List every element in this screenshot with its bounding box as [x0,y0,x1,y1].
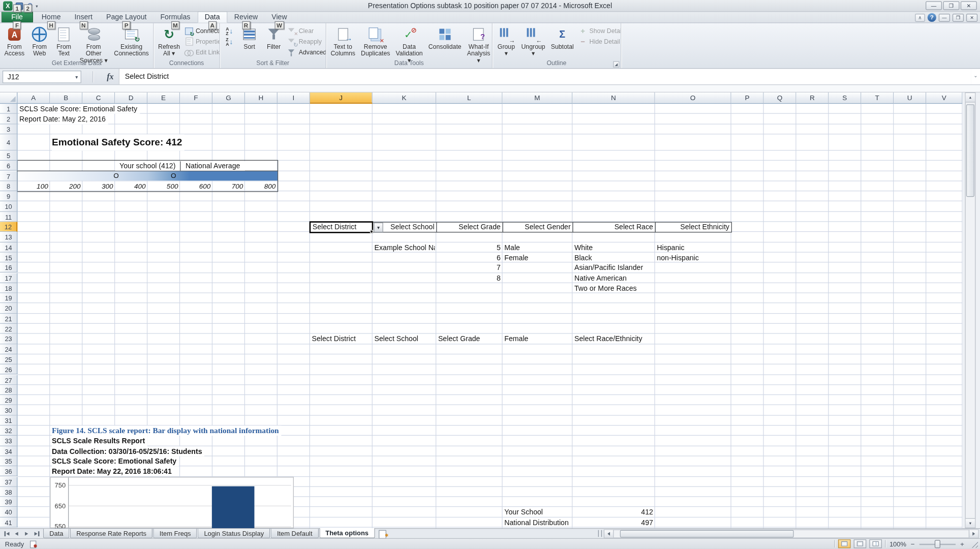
refresh-all-button[interactable]: RefreshAll ▾ [156,24,182,59]
zoom-out-button[interactable]: − [909,540,916,547]
name-box[interactable]: J12 ▼ [3,70,81,83]
cell-M14[interactable]: Male [504,242,520,253]
col-header-H[interactable]: H [245,93,278,104]
formula-bar-expand-button[interactable]: ⌄ [971,69,980,84]
prev-sheet-button[interactable] [13,530,21,537]
cell-M23[interactable]: Female [504,334,528,344]
sort-descending-button[interactable] [222,37,237,46]
row-header-37[interactable]: 37 [0,477,17,487]
ribbon-tab-view[interactable]: ViewW [265,12,294,22]
last-sheet-button[interactable] [33,530,41,537]
cell-B32[interactable]: Figure 14. SCLS scale report: Bar displa… [52,425,282,436]
row-header-29[interactable]: 29 [0,395,17,405]
row-header-9[interactable]: 9 [0,191,17,201]
row-header-1[interactable]: 1 [0,104,17,114]
col-header-P[interactable]: P [731,93,764,104]
cell-D8[interactable]: 400 [115,181,145,191]
workbook-minimize-button[interactable]: — [939,13,950,21]
zoom-slider-thumb[interactable] [935,540,940,548]
name-box-dropdown-icon[interactable]: ▼ [74,72,79,83]
remove-duplicates-button[interactable]: RemoveDuplicates [358,24,392,59]
zoom-slider[interactable] [920,540,956,548]
row-header-17[interactable]: 17 [0,273,17,283]
scroll-right-button[interactable] [969,530,978,537]
cell-L23[interactable]: Select Grade [438,334,480,344]
row-header-34[interactable]: 34 [0,446,17,456]
workbook-close-button[interactable]: ✕ [966,13,977,21]
row-header-20[interactable]: 20 [0,303,17,314]
row-header-33[interactable]: 33 [0,436,17,446]
row-header-40[interactable]: 40 [0,507,17,517]
row-header-26[interactable]: 26 [0,364,17,375]
row-header-2[interactable]: 2 [0,114,17,124]
col-header-M[interactable]: M [503,93,573,104]
cell-N17[interactable]: Native American [574,273,627,283]
ribbon-tab-data[interactable]: DataA [197,11,227,23]
row-header-16[interactable]: 16 [0,263,17,273]
cell-A8[interactable]: 100 [18,181,48,191]
horizontal-scroll-thumb[interactable] [620,530,794,537]
existing-connections-button[interactable]: ExistingConnections [111,24,151,59]
row-header-27[interactable]: 27 [0,375,17,385]
insert-worksheet-button[interactable] [377,529,388,538]
from-web-button[interactable]: FromWeb [27,24,51,59]
sheet-tab-item-default[interactable]: Item Default [271,529,319,538]
scroll-up-button[interactable]: ▲ [966,93,975,102]
cell-dropdown-button[interactable]: ▼ [374,223,383,233]
ribbon-tab-insert[interactable]: InsertN [68,12,99,22]
cell-N15[interactable]: Black [574,253,592,263]
col-header-N[interactable]: N [572,93,655,104]
ribbon-tab-home[interactable]: HomeH [35,12,68,22]
excel-logo-icon[interactable]: X [3,1,12,10]
row-header-7[interactable]: 7 [0,171,17,181]
cell-O12[interactable]: Select Ethnicity [655,222,732,233]
from-access-button[interactable]: FromAccess [2,24,27,59]
text-to-columns-button[interactable]: Text toColumns [328,24,358,59]
cell-B8[interactable]: 200 [51,181,81,191]
qat-customize-button[interactable]: ▾ [36,4,38,9]
normal-view-button[interactable] [838,539,851,548]
advanced-button[interactable]: Advanced [286,47,326,56]
col-header-G[interactable]: G [212,93,245,104]
cell-O14[interactable]: Hispanic [657,242,684,253]
col-header-L[interactable]: L [436,93,502,104]
tab-scroll-splitter[interactable] [598,530,602,537]
col-header-R[interactable]: R [796,93,829,104]
cell-K14[interactable]: Example School Nar [375,242,435,253]
select-all-corner[interactable] [0,93,17,104]
row-header-6[interactable]: 6 [0,161,17,171]
cell-B34[interactable]: Data Collection: 03/30/16-05/25/16: Stud… [52,446,204,456]
zoom-in-button[interactable]: + [959,540,966,547]
help-icon[interactable]: ? [928,13,936,22]
from-text-button[interactable]: FromText [52,24,76,59]
row-header-3[interactable]: 3 [0,124,17,134]
cell-B35[interactable]: SCLS Scale Score: Emotional Safety [52,456,179,466]
cell-N40[interactable]: 412 [573,507,653,517]
cell-K23[interactable]: Select School [375,334,418,344]
cell-N12[interactable]: Select Race [572,222,656,233]
formula-input[interactable]: Select District [118,69,971,84]
row-header-41[interactable]: 41 [0,517,17,528]
cell-E8[interactable]: 500 [148,181,178,191]
row-header-12[interactable]: 12 [0,222,17,232]
ribbon-tab-page-layout[interactable]: Page LayoutP [99,12,153,22]
row-header-25[interactable]: 25 [0,354,17,364]
row-header-8[interactable]: 8 [0,181,17,191]
horizontal-scrollbar[interactable] [604,529,979,538]
sheet-tab-data[interactable]: Data [43,529,70,538]
col-header-U[interactable]: U [894,93,926,104]
cell-G8[interactable]: 700 [213,181,243,191]
row-header-10[interactable]: 10 [0,201,17,211]
col-header-E[interactable]: E [147,93,180,104]
next-sheet-button[interactable] [22,530,30,537]
row-header-15[interactable]: 15 [0,253,17,263]
row-header-24[interactable]: 24 [0,344,17,354]
data-validation-button[interactable]: DataValidation ▾ [393,24,425,59]
row-header-22[interactable]: 22 [0,324,17,334]
cell-A2[interactable]: Report Date: May 22, 2016 [19,114,108,124]
col-header-J[interactable]: J [310,93,373,104]
row-header-5[interactable]: 5 [0,150,17,161]
col-header-Q[interactable]: Q [764,93,797,104]
row-header-23[interactable]: 23 [0,334,17,344]
col-header-B[interactable]: B [50,93,82,104]
